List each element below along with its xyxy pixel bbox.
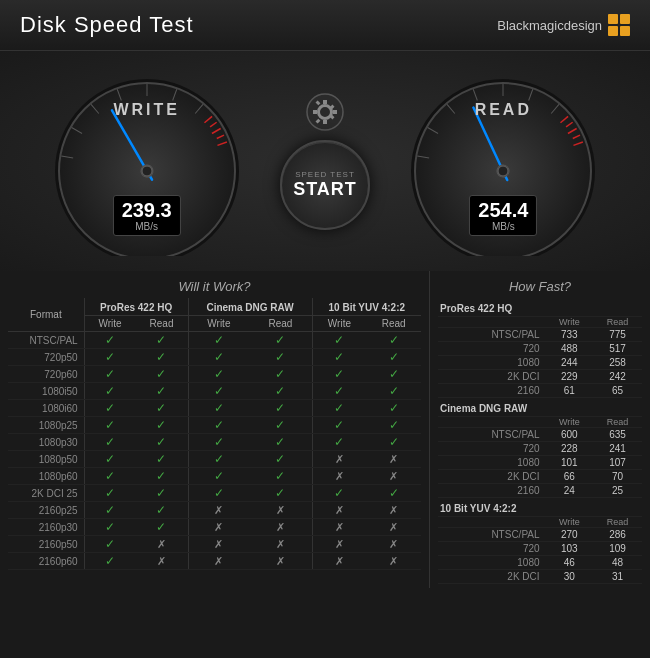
- check-cell: ✓: [84, 349, 135, 366]
- read-value-cell: 25: [593, 484, 642, 498]
- format-cell: 2160p30: [8, 519, 84, 536]
- left-panel: Will it Work? Format ProRes 422 HQ Cinem…: [0, 271, 430, 588]
- brand-icon: [608, 14, 630, 36]
- check-cell: ✗: [366, 451, 421, 468]
- speed-table: ProRes 422 HQWriteReadNTSC/PAL7337757204…: [438, 298, 642, 584]
- read-value-cell: 517: [593, 342, 642, 356]
- brand-logo: Blackmagicdesign: [497, 14, 630, 36]
- speed-row: 720228241: [438, 442, 642, 456]
- format-cell: 2K DCI: [438, 570, 546, 584]
- format-cell: 1080: [438, 356, 546, 370]
- check-cell: ✗: [188, 519, 249, 536]
- check-cell: ✗: [366, 502, 421, 519]
- format-cell: 1080i60: [8, 400, 84, 417]
- check-cell: ✓: [188, 434, 249, 451]
- check-cell: ✓: [312, 485, 366, 502]
- check-cell: ✓: [249, 383, 312, 400]
- write-value-cell: 270: [546, 528, 594, 542]
- start-button[interactable]: SPEED TEST START: [280, 140, 370, 230]
- gauge-section: WRITE 239.3 MB/s SPEED TEST START: [0, 51, 650, 271]
- check-cell: ✗: [366, 553, 421, 570]
- read-value-cell: 70: [593, 470, 642, 484]
- table-row: 720p60✓✓✓✓✓✓: [8, 366, 421, 383]
- speed-row: 2K DCI6670: [438, 470, 642, 484]
- check-cell: ✓: [84, 400, 135, 417]
- cdng-header: Cinema DNG RAW: [188, 298, 312, 316]
- prores-read-header: Read: [135, 316, 188, 332]
- speed-row: 1080101107: [438, 456, 642, 470]
- group-name: Cinema DNG RAW: [438, 398, 642, 417]
- wr-header-cell: Write: [546, 417, 594, 428]
- read-value-cell: 258: [593, 356, 642, 370]
- center-controls: SPEED TEST START: [280, 92, 370, 230]
- app-title: Disk Speed Test: [20, 12, 194, 38]
- write-value-cell: 488: [546, 342, 594, 356]
- check-cell: ✓: [249, 349, 312, 366]
- check-cell: ✗: [312, 468, 366, 485]
- prores-header: ProRes 422 HQ: [84, 298, 188, 316]
- svg-rect-0: [608, 14, 618, 24]
- check-cell: ✓: [188, 383, 249, 400]
- table-row: 1080p60✓✓✓✓✗✗: [8, 468, 421, 485]
- check-cell: ✓: [188, 349, 249, 366]
- write-value-cell: 600: [546, 428, 594, 442]
- table-row: 1080p50✓✓✓✓✗✗: [8, 451, 421, 468]
- format-cell: NTSC/PAL: [438, 528, 546, 542]
- check-cell: ✓: [249, 451, 312, 468]
- speed-row: 1080244258: [438, 356, 642, 370]
- format-cell: 720: [438, 342, 546, 356]
- read-value-cell: 65: [593, 384, 642, 398]
- format-cell: 720: [438, 542, 546, 556]
- right-section-title: How Fast?: [438, 275, 642, 298]
- format-cell: 2160p25: [8, 502, 84, 519]
- check-cell: ✓: [135, 400, 188, 417]
- read-value-cell: 107: [593, 456, 642, 470]
- format-cell: 2160: [438, 484, 546, 498]
- format-cell: NTSC/PAL: [438, 328, 546, 342]
- check-cell: ✓: [84, 553, 135, 570]
- table-row: 2160p60✓✗✗✗✗✗: [8, 553, 421, 570]
- check-cell: ✓: [366, 417, 421, 434]
- check-cell: ✓: [366, 366, 421, 383]
- read-value: 254.4: [478, 199, 528, 221]
- wr-header: WriteRead: [438, 317, 642, 328]
- speed-row: 21606165: [438, 384, 642, 398]
- yuv-write-header: Write: [312, 316, 366, 332]
- settings-icon[interactable]: [305, 92, 345, 132]
- check-cell: ✓: [312, 349, 366, 366]
- check-cell: ✓: [84, 434, 135, 451]
- app-header: Disk Speed Test Blackmagicdesign: [0, 0, 650, 51]
- svg-point-38: [498, 166, 508, 176]
- table-row: 1080i60✓✓✓✓✓✓: [8, 400, 421, 417]
- check-cell: ✓: [84, 383, 135, 400]
- check-cell: ✓: [312, 332, 366, 349]
- check-cell: ✓: [312, 383, 366, 400]
- check-cell: ✗: [312, 536, 366, 553]
- check-cell: ✓: [135, 332, 188, 349]
- check-cell: ✓: [135, 502, 188, 519]
- format-cell: 720p50: [8, 349, 84, 366]
- yuv-header: 10 Bit YUV 4:2:2: [312, 298, 421, 316]
- format-cell: 720p60: [8, 366, 84, 383]
- check-cell: ✓: [366, 400, 421, 417]
- check-cell: ✓: [312, 417, 366, 434]
- read-value-cell: 48: [593, 556, 642, 570]
- speed-row: 720103109: [438, 542, 642, 556]
- format-cell: 1080: [438, 556, 546, 570]
- check-cell: ✓: [84, 485, 135, 502]
- format-cell: 720: [438, 442, 546, 456]
- read-value-cell: 31: [593, 570, 642, 584]
- read-gauge: READ 254.4 MB/s: [403, 66, 603, 256]
- check-cell: ✓: [84, 536, 135, 553]
- check-cell: ✗: [188, 502, 249, 519]
- write-value-cell: 101: [546, 456, 594, 470]
- svg-point-20: [142, 166, 152, 176]
- check-cell: ✓: [312, 366, 366, 383]
- format-cell: NTSC/PAL: [438, 428, 546, 442]
- check-cell: ✓: [366, 332, 421, 349]
- start-label: START: [293, 179, 357, 200]
- speed-row: NTSC/PAL733775: [438, 328, 642, 342]
- speed-row: 2K DCI229242: [438, 370, 642, 384]
- table-row: NTSC/PAL✓✓✓✓✓✓: [8, 332, 421, 349]
- speed-row: 2K DCI3031: [438, 570, 642, 584]
